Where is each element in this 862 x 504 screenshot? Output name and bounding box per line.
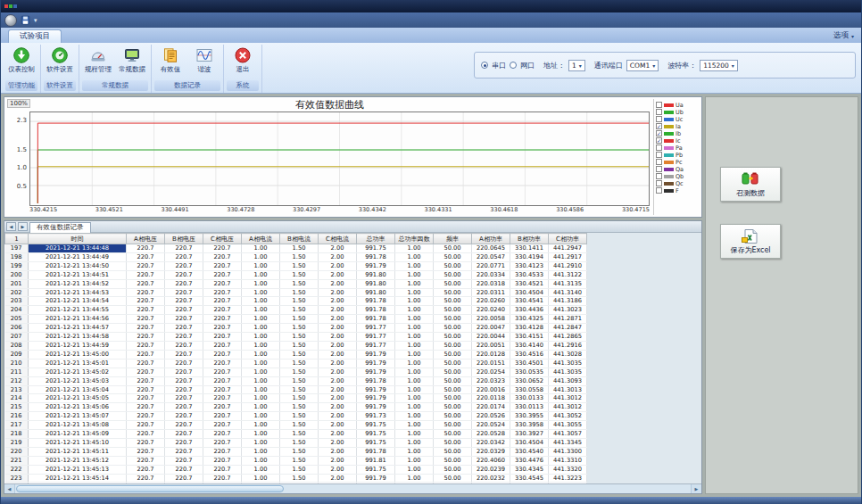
grid-cell[interactable]: 220.7 xyxy=(127,421,165,430)
scroll-right-icon[interactable]: ▶ xyxy=(691,484,701,493)
grid-cell[interactable]: 220.7 xyxy=(127,350,165,359)
grid-cell[interactable]: 330.4194 xyxy=(510,252,549,261)
save-icon[interactable] xyxy=(21,15,30,25)
grid-cell[interactable]: 50.00 xyxy=(434,306,472,315)
grid-cell[interactable]: 220.7 xyxy=(165,421,203,430)
grid-cell[interactable]: 1.00 xyxy=(242,333,280,342)
grid-cell[interactable]: 441.3122 xyxy=(549,270,587,279)
grid-cell[interactable]: 2021-12-21 13:45:05 xyxy=(29,394,127,403)
grid-cell[interactable]: 991.79 xyxy=(357,368,395,376)
grid-cell[interactable]: 441.2847 xyxy=(549,324,587,333)
grid-cell[interactable]: 441.3345 xyxy=(549,438,587,447)
grid-cell[interactable]: 1.00 xyxy=(242,447,280,456)
grid-cell[interactable]: 220.7 xyxy=(165,333,203,342)
grid-cell[interactable]: 1.50 xyxy=(280,297,319,306)
grid-cell[interactable]: 50.00 xyxy=(434,430,472,439)
grid-cell[interactable]: 330.4533 xyxy=(510,270,549,279)
grid-cell[interactable]: 220.0118 xyxy=(472,394,510,403)
grid-cell[interactable]: 1.50 xyxy=(280,412,319,421)
grid-cell[interactable]: 330.4504 xyxy=(510,438,549,447)
grid-cell[interactable]: 1.00 xyxy=(395,403,434,412)
grid-cell[interactable]: 50.00 xyxy=(434,261,472,270)
grid-cell[interactable]: 220.0128 xyxy=(472,350,510,359)
table-row[interactable]: 2162021-12-21 13:45:07220.7220.7220.71.0… xyxy=(5,412,587,421)
legend-checkbox[interactable] xyxy=(656,166,662,172)
network-radio[interactable] xyxy=(510,62,517,69)
ribbon-button-software-settings[interactable]: 软件设置 xyxy=(43,45,77,79)
ribbon-button-harmonic[interactable]: 谐波 xyxy=(187,45,221,79)
table-row[interactable]: 2222021-12-21 13:45:13220.7220.7220.71.0… xyxy=(5,465,587,474)
grid-column-header[interactable]: 总功率因数 xyxy=(395,234,434,244)
grid-cell[interactable]: 441.3012 xyxy=(549,403,587,412)
grid-cell[interactable]: 50.00 xyxy=(434,412,472,421)
row-number-cell[interactable]: 215 xyxy=(5,403,29,412)
grid-cell[interactable]: 1.50 xyxy=(280,270,319,279)
grid-cell[interactable]: 991.79 xyxy=(357,385,395,394)
grid-cell[interactable]: 50.00 xyxy=(434,474,472,483)
table-row[interactable]: 1972021-12-21 13:44:48220.7220.7220.71.0… xyxy=(5,244,587,253)
grid-cell[interactable]: 1.50 xyxy=(280,279,319,288)
serial-radio[interactable] xyxy=(481,62,488,69)
baud-rate-select[interactable]: 115200 ▾ xyxy=(700,60,738,71)
grid-cell[interactable]: 220.7 xyxy=(127,465,165,474)
grid-cell[interactable]: 1.00 xyxy=(395,394,434,403)
grid-cell[interactable]: 1.00 xyxy=(242,430,280,439)
grid-cell[interactable]: 220.0174 xyxy=(472,403,510,412)
grid-cell[interactable]: 220.7 xyxy=(127,261,165,270)
grid-cell[interactable]: 220.0016 xyxy=(472,385,510,394)
grid-cell[interactable]: 991.78 xyxy=(357,447,395,456)
grid-cell[interactable]: 220.7 xyxy=(165,430,203,439)
address-select[interactable]: 1 ▾ xyxy=(568,60,585,71)
qat-dropdown-icon[interactable]: ▾ xyxy=(34,17,37,24)
grid-cell[interactable]: 1.50 xyxy=(280,403,319,412)
grid-column-header[interactable]: C相功率 xyxy=(549,234,587,244)
grid-cell[interactable]: 220.7 xyxy=(127,474,165,483)
grid-cell[interactable]: 220.7 xyxy=(165,244,203,253)
grid-cell[interactable]: 991.75 xyxy=(357,421,395,430)
table-row[interactable]: 2042021-12-21 13:44:55220.7220.7220.71.0… xyxy=(5,306,587,315)
grid-cell[interactable]: 220.7 xyxy=(203,430,242,439)
row-number-cell[interactable]: 208 xyxy=(5,341,29,350)
grid-cell[interactable]: 1.50 xyxy=(280,252,319,261)
grid-cell[interactable]: 1.00 xyxy=(395,270,434,279)
grid-cell[interactable]: 1.00 xyxy=(242,359,280,368)
grid-cell[interactable]: 1.00 xyxy=(395,341,434,350)
row-number-cell[interactable]: 198 xyxy=(5,252,29,261)
grid-cell[interactable]: 1.00 xyxy=(395,244,434,253)
grid-cell[interactable]: 50.00 xyxy=(434,297,472,306)
grid-cell[interactable]: 2.00 xyxy=(319,385,357,394)
grid-cell[interactable]: 441.3223 xyxy=(549,474,587,483)
grid-cell[interactable]: 2021-12-21 13:45:06 xyxy=(29,403,127,412)
grid-cell[interactable]: 1.00 xyxy=(395,252,434,261)
grid-cell[interactable]: 441.3320 xyxy=(549,465,587,474)
grid-cell[interactable]: 1.50 xyxy=(280,421,319,430)
grid-cell[interactable]: 1.00 xyxy=(242,376,280,385)
grid-cell[interactable]: 441.3055 xyxy=(549,421,587,430)
grid-cell[interactable]: 220.7 xyxy=(127,288,165,297)
grid-cell[interactable]: 1.00 xyxy=(395,350,434,359)
grid-cell[interactable]: 220.7 xyxy=(203,359,242,368)
grid-cell[interactable]: 220.7 xyxy=(165,288,203,297)
table-row[interactable]: 2082021-12-21 13:44:59220.7220.7220.71.0… xyxy=(5,341,587,350)
grid-cell[interactable]: 220.7 xyxy=(203,252,242,261)
grid-cell[interactable]: 50.00 xyxy=(434,288,472,297)
row-number-cell[interactable]: 210 xyxy=(5,359,29,368)
chart-plot[interactable] xyxy=(29,112,650,206)
grid-cell[interactable]: 330.4123 xyxy=(510,261,549,270)
grid-cell[interactable]: 50.00 xyxy=(434,252,472,261)
row-number-cell[interactable]: 207 xyxy=(5,333,29,342)
grid-cell[interactable]: 991.80 xyxy=(357,270,395,279)
grid-cell[interactable]: 220.7 xyxy=(165,324,203,333)
grid-cell[interactable]: 2.00 xyxy=(319,333,357,342)
grid-cell[interactable]: 330.4545 xyxy=(510,474,549,483)
retrieve-data-button[interactable]: 召测数据 xyxy=(720,167,781,202)
grid-cell[interactable]: 220.7 xyxy=(127,244,165,253)
grid-cell[interactable]: 220.7 xyxy=(165,359,203,368)
grid-cell[interactable]: 991.79 xyxy=(357,403,395,412)
grid-cell[interactable]: 220.7 xyxy=(165,252,203,261)
grid-cell[interactable]: 991.79 xyxy=(357,394,395,403)
tab-scroll-right-icon[interactable]: ▶ xyxy=(18,222,28,231)
legend-checkbox[interactable]: ✓ xyxy=(656,123,662,129)
grid-cell[interactable]: 330.0652 xyxy=(510,376,549,385)
grid-cell[interactable]: 1.00 xyxy=(242,297,280,306)
